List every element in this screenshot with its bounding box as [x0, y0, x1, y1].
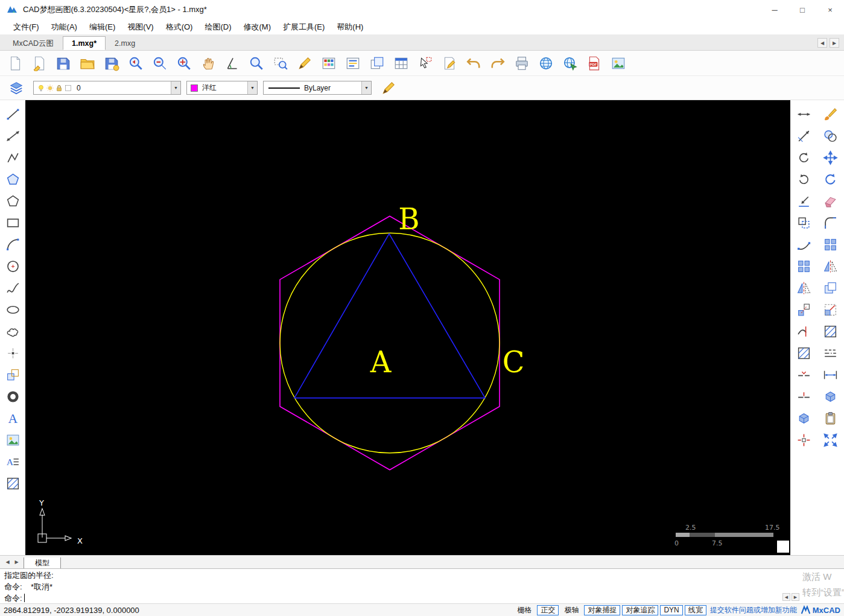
toggle-osnap[interactable]: 对象捕捉 — [584, 605, 620, 615]
drawing-canvas[interactable]: B A C Y X 2.5 17.5 0 7.5 — [25, 100, 790, 555]
toggle-ortho[interactable]: 正交 — [537, 605, 559, 615]
mirror-copy-button[interactable] — [820, 256, 841, 276]
insert-block-button[interactable] — [2, 364, 23, 385]
hatch-tool-button[interactable] — [820, 321, 841, 341]
open-template-button[interactable] — [28, 52, 51, 74]
erase-button[interactable] — [820, 191, 841, 211]
label-b[interactable]: B — [398, 202, 419, 236]
zoom-extents-button[interactable] — [173, 52, 195, 74]
extend-button[interactable] — [793, 191, 814, 211]
undo-button[interactable] — [462, 52, 485, 74]
layers-button[interactable] — [5, 77, 28, 99]
chevron-down-icon[interactable]: ▼ — [171, 81, 180, 94]
raster-image-button[interactable] — [2, 430, 23, 450]
edit-attributes-button[interactable] — [438, 52, 461, 74]
label-a[interactable]: A — [370, 345, 392, 379]
maximize-button[interactable]: □ — [788, 0, 816, 19]
toggle-grid[interactable]: 栅格 — [513, 605, 535, 615]
linetype-manager-button[interactable] — [820, 343, 841, 363]
model-next-button[interactable]: ▶ — [12, 557, 21, 567]
menu-item[interactable]: 格式(O) — [160, 21, 199, 34]
scale-button[interactable] — [820, 299, 841, 320]
polygon-button[interactable] — [2, 169, 23, 189]
revision-cloud-button[interactable] — [2, 321, 23, 341]
zoom-previous-button[interactable] — [124, 52, 147, 74]
explode-all-button[interactable] — [820, 430, 841, 450]
rect-array-button[interactable] — [820, 234, 841, 255]
align-button[interactable] — [793, 299, 814, 320]
label-c[interactable]: C — [503, 345, 525, 379]
break-button[interactable] — [793, 364, 814, 385]
cmd-scroll-left-button[interactable]: ◀ — [782, 593, 790, 601]
text-style-button[interactable] — [341, 52, 364, 74]
tab-doc-2[interactable]: 2.mxg — [106, 36, 144, 50]
select-objects-button[interactable] — [414, 52, 437, 74]
paste-button[interactable] — [820, 408, 841, 428]
quick-draw-button[interactable] — [293, 52, 316, 74]
menu-item[interactable]: 帮助(H) — [331, 21, 369, 34]
hatch-button[interactable] — [2, 473, 23, 494]
lengthen-button[interactable] — [793, 125, 814, 146]
color-palette-button[interactable] — [317, 52, 340, 74]
tab-model[interactable]: 模型 — [24, 557, 61, 569]
tab-scroll-left-button[interactable]: ◀ — [817, 38, 827, 48]
command-line-panel[interactable]: 指定圆的半径:命令: *取消*命令: 激活 W转到“设置” ◀ ▶ — [0, 568, 844, 603]
menu-item[interactable]: 绘图(D) — [198, 21, 237, 34]
minimize-button[interactable]: ─ — [761, 0, 788, 19]
multiline-text-button[interactable]: A — [2, 451, 23, 472]
fillet-button[interactable] — [820, 212, 841, 233]
zoom-out-button[interactable] — [148, 52, 171, 74]
tab-mxcad-cloud[interactable]: MxCAD云图 — [4, 36, 63, 50]
pan-button[interactable] — [197, 52, 220, 74]
copy-button[interactable] — [820, 278, 841, 298]
hatch-edit-button[interactable] — [793, 343, 814, 363]
dimension-button[interactable] — [820, 364, 841, 385]
save-edit-button[interactable] — [52, 52, 75, 74]
menu-item[interactable]: 文件(F) — [7, 21, 45, 34]
sync-cloud-button[interactable] — [559, 52, 582, 74]
polyline-button[interactable] — [2, 147, 23, 168]
mirror-button[interactable] — [793, 278, 814, 298]
match-properties-button[interactable] — [820, 104, 841, 124]
break-at-point-button[interactable] — [793, 386, 814, 407]
toggle-otrack[interactable]: 对象追踪 — [622, 605, 658, 615]
model-prev-button[interactable]: ◀ — [3, 557, 12, 567]
menu-item[interactable]: 功能(A) — [45, 21, 83, 34]
donut-button[interactable] — [2, 386, 23, 407]
offset-button[interactable] — [793, 212, 814, 233]
stretch-button[interactable] — [793, 104, 814, 124]
print-button[interactable] — [510, 52, 533, 74]
new-file-button[interactable] — [4, 52, 27, 74]
tab-scroll-right-button[interactable]: ▶ — [830, 38, 839, 48]
solid-box-button[interactable] — [793, 408, 814, 428]
cmd-scroll-right-button[interactable]: ▶ — [792, 593, 799, 601]
layer-select[interactable]: 0 ▼ — [33, 81, 181, 95]
zoom-realtime-button[interactable] — [245, 52, 268, 74]
menu-item[interactable]: 扩展工具(E) — [277, 21, 331, 34]
zoom-window-button[interactable] — [269, 52, 292, 74]
array-button[interactable] — [793, 256, 814, 276]
toggle-polar[interactable]: 极轴 — [560, 605, 582, 615]
color-select[interactable]: 洋红 ▼ — [186, 81, 258, 95]
open-file-button[interactable] — [76, 52, 99, 74]
fillet-circles-button[interactable] — [820, 125, 841, 146]
circle-button[interactable] — [2, 256, 23, 276]
hexagon-entity[interactable] — [280, 216, 500, 470]
chevron-down-icon[interactable]: ▼ — [247, 81, 257, 94]
chevron-down-icon[interactable]: ▼ — [361, 81, 371, 94]
trim-button[interactable] — [793, 321, 814, 341]
toggle-lineweight[interactable]: 线宽 — [685, 605, 706, 615]
tab-doc-1[interactable]: 1.mxg* — [63, 36, 106, 50]
arc-button[interactable] — [2, 234, 23, 255]
line-button[interactable] — [2, 104, 23, 124]
menu-item[interactable]: 编辑(E) — [83, 21, 121, 34]
draw-order-button[interactable] — [377, 77, 400, 99]
layer-manager-button[interactable] — [366, 52, 389, 74]
feedback-link[interactable]: 提交软件问题或增加新功能 — [710, 605, 797, 615]
table-style-button[interactable] — [390, 52, 413, 74]
ellipse-button[interactable] — [2, 299, 23, 320]
close-button[interactable]: × — [816, 0, 844, 19]
rectangle-button[interactable] — [2, 212, 23, 233]
circle-entity[interactable] — [280, 233, 500, 452]
linetype-select[interactable]: ByLayer ▼ — [263, 81, 372, 95]
